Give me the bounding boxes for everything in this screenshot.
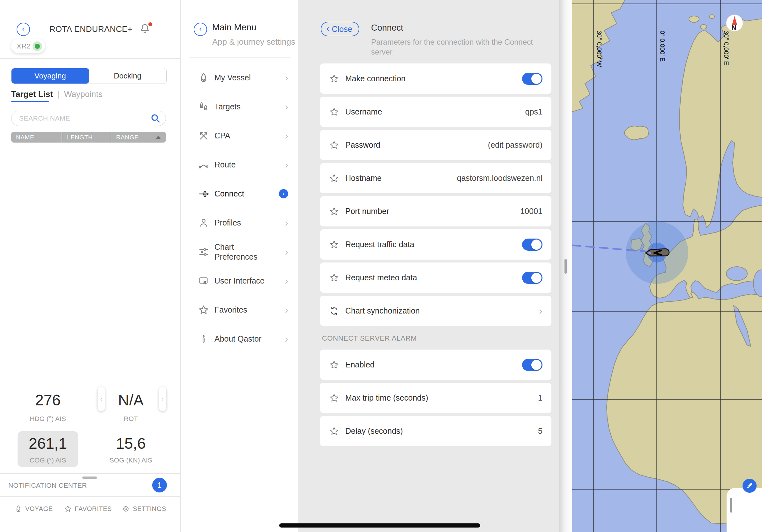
port-number-value[interactable]: 10001 (520, 207, 543, 216)
username-value[interactable]: qps1 (525, 107, 543, 116)
gear-icon (122, 505, 130, 513)
search-input[interactable] (19, 114, 150, 122)
tab-voyage[interactable]: VOYAGE (14, 505, 53, 513)
active-tab-underline (11, 101, 49, 102)
menu-list: My Vessel Targets CPA Route Connect (181, 63, 298, 353)
setting-label: Delay (seconds) (345, 427, 403, 436)
setting-row-port-number[interactable]: Port number 10001 (320, 196, 551, 227)
setting-row-hostname[interactable]: Hostname qastorsm.loodswezen.nl (320, 163, 551, 193)
star-icon[interactable] (329, 360, 339, 370)
password-value[interactable]: (edit password) (488, 140, 543, 150)
rot-prev-button[interactable]: ‹ (98, 387, 105, 411)
land-iceland (625, 126, 649, 140)
back-button[interactable] (17, 23, 30, 36)
subtab-waypoints[interactable]: Waypoints (64, 89, 103, 99)
menu-item-connect[interactable]: Connect (181, 179, 298, 208)
chevron-right-icon (285, 304, 288, 315)
column-header-name[interactable]: NAME (11, 134, 62, 141)
delay-value[interactable]: 5 (538, 427, 543, 436)
search-icon[interactable] (150, 113, 161, 123)
subtab-target-list[interactable]: Target List (11, 89, 53, 99)
menu-item-label: About Qastor (214, 334, 275, 344)
menu-title: Main Menu (212, 22, 257, 33)
request-meteo-data-toggle[interactable] (522, 272, 543, 284)
chevron-right-icon (285, 218, 288, 229)
window-cursor-icon (197, 276, 210, 287)
cog-label: COG (°) AIS (30, 456, 66, 464)
star-icon[interactable] (329, 107, 339, 117)
menu-item-chart-preferences[interactable]: Chart Preferences (181, 237, 298, 266)
chart-map[interactable]: 30° 0,000' W 0° 0,000' E 30° 0,000' E N (572, 0, 762, 532)
star-icon[interactable] (329, 173, 339, 183)
setting-label: Chart synchonization (345, 306, 419, 315)
star-icon[interactable] (329, 273, 339, 283)
map-svg[interactable]: 30° 0,000' W 0° 0,000' E 30° 0,000' E N (572, 0, 762, 532)
chevron-right-icon (285, 130, 288, 141)
setting-row-request-meteo-data: Request meteo data (320, 262, 551, 293)
divider (90, 386, 90, 466)
bottom-tab-bar: VOYAGE FAVORITES SETTINGS (0, 499, 181, 518)
menu-item-route[interactable]: Route (181, 150, 298, 179)
chevron-right-icon (285, 160, 288, 170)
max-trip-time-value[interactable]: 1 (538, 393, 543, 403)
divider (0, 496, 181, 497)
menu-item-my-vessel[interactable]: My Vessel (181, 63, 298, 92)
scrollbar[interactable] (565, 259, 567, 274)
menu-item-about-qastor[interactable]: About Qastor (181, 324, 298, 353)
star-icon[interactable] (329, 240, 339, 249)
setting-row-make-connection: Make connection (320, 63, 551, 94)
menu-item-targets[interactable]: Targets (181, 92, 298, 121)
chevron-right-icon (285, 101, 288, 112)
menu-back-button[interactable] (194, 23, 207, 36)
menu-item-profiles[interactable]: Profiles (181, 208, 298, 237)
tab-settings[interactable]: SETTINGS (122, 505, 166, 513)
star-icon[interactable] (329, 393, 339, 403)
setting-row-username[interactable]: Username qps1 (320, 97, 551, 127)
close-button[interactable]: Close (321, 22, 359, 36)
notifications-bell-button[interactable] (139, 23, 152, 36)
notification-center-label[interactable]: NOTIFICATION CENTER (8, 482, 87, 489)
tab-favorites[interactable]: FAVORITES (64, 505, 112, 513)
setting-row-max-trip-time[interactable]: Max trip time (seconds) 1 (320, 383, 551, 413)
rot-next-button[interactable]: › (159, 387, 166, 411)
vessel-icon (14, 505, 22, 513)
setting-label: Max trip time (seconds) (345, 393, 428, 403)
tab-docking[interactable]: Docking (89, 68, 167, 84)
tab-voyaging[interactable]: Voyaging (12, 68, 89, 84)
setting-label: Port number (345, 207, 389, 216)
qastor-app: ROTA ENDURANCE+ XR2 Voyaging Docking Tar… (0, 0, 762, 532)
menu-item-favorites[interactable]: Favorites (181, 295, 298, 324)
connect-icon (197, 188, 210, 199)
star-icon[interactable] (329, 427, 339, 436)
mode-segmented-control: Voyaging Docking (11, 68, 167, 84)
alarm-enabled-toggle[interactable] (522, 359, 543, 371)
menu-item-user-interface[interactable]: User Interface (181, 266, 298, 295)
setting-row-password[interactable]: Password (edit password) (320, 130, 551, 160)
menu-item-cpa[interactable]: CPA (181, 121, 298, 150)
cpa-icon (197, 130, 210, 141)
settings-list: Make connection Username qps1 Password (… (320, 63, 551, 449)
sog-value: 15,6 (116, 435, 145, 452)
setting-row-delay[interactable]: Delay (seconds) 5 (320, 416, 551, 446)
tab-favorites-label: FAVORITES (75, 505, 112, 512)
notification-dot (148, 22, 152, 26)
hostname-value[interactable]: qastorsm.loodswezen.nl (457, 173, 543, 183)
notification-drag-handle[interactable] (82, 477, 97, 479)
divider (0, 58, 181, 59)
column-header-length[interactable]: LENGTH (62, 134, 111, 141)
compass-north-label: N (731, 24, 737, 32)
star-icon[interactable] (329, 74, 339, 84)
refresh-icon (329, 306, 339, 316)
main-menu-panel: Main Menu App & journey settings My Vess… (181, 0, 298, 532)
section-header: CONNECT SERVER ALARM (322, 334, 551, 343)
make-connection-toggle[interactable] (522, 73, 543, 85)
star-icon (197, 304, 210, 315)
pilot-badge[interactable]: XR2 (11, 39, 45, 53)
home-indicator[interactable] (279, 523, 480, 528)
tool-panel-scrollbar[interactable] (730, 498, 732, 512)
request-traffic-data-toggle[interactable] (522, 238, 543, 251)
setting-row-chart-synchronization[interactable]: Chart synchonization (320, 296, 551, 326)
star-icon[interactable] (329, 207, 339, 216)
column-header-range[interactable]: RANGE (112, 134, 166, 141)
star-icon[interactable] (329, 140, 339, 150)
